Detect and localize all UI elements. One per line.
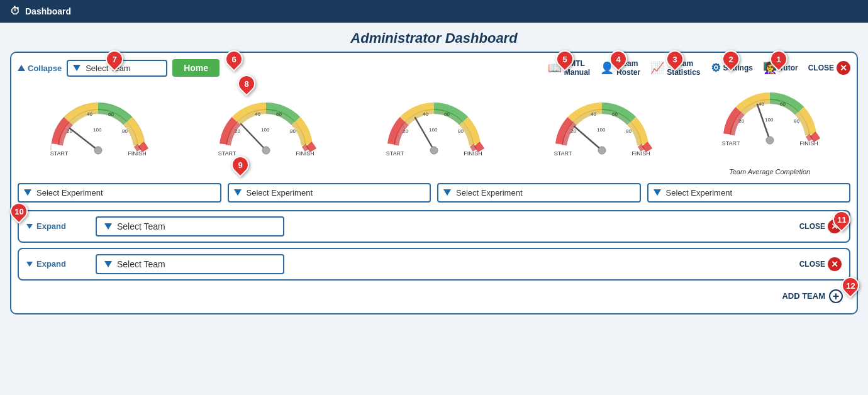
- expand-team-dropdown-2[interactable]: Select Team: [96, 254, 284, 274]
- svg-text:60: 60: [612, 111, 618, 117]
- svg-text:80: 80: [626, 128, 632, 134]
- svg-text:60: 60: [108, 111, 114, 117]
- exp-arrow-2: [234, 189, 242, 196]
- settings-icon: ⚙: [711, 61, 721, 75]
- badge-12: 12: [842, 277, 859, 294]
- svg-text:START: START: [386, 150, 404, 157]
- svg-text:START: START: [50, 150, 69, 157]
- badge-6: 6: [225, 50, 243, 68]
- main-panel: 7 6 5 4 3 2 1: [10, 52, 858, 314]
- gauge-4-svg: START FINISH 20 40 60 80 100: [548, 94, 655, 175]
- svg-text:40: 40: [255, 111, 260, 117]
- title-bar: ⏱ Dashboard: [0, 0, 868, 23]
- svg-point-44: [766, 136, 774, 144]
- exp-label-2: Select Experiment: [247, 188, 313, 198]
- team-statistics-icon: 📈: [650, 61, 664, 75]
- svg-text:80: 80: [458, 128, 464, 134]
- badge-3: 3: [666, 50, 684, 68]
- svg-text:FINISH: FINISH: [464, 150, 482, 157]
- exp-arrow-3: [443, 189, 451, 196]
- exp-label-4: Select Experiment: [666, 188, 733, 198]
- gauge-5-svg: START FINISH 20 40 60 80 100: [716, 84, 823, 165]
- svg-text:40: 40: [423, 111, 428, 117]
- page-title: Administrator Dashboard: [10, 30, 858, 47]
- exp-arrow-4: [654, 189, 661, 196]
- gauges-row: START FINISH 20 40 60 80 100: [18, 84, 850, 175]
- svg-text:40: 40: [759, 101, 764, 107]
- expand-team-dropdown-1[interactable]: Select Team: [96, 216, 284, 236]
- close-button-row2[interactable]: CLOSE ✕: [799, 257, 842, 271]
- close-button-top[interactable]: CLOSE ✕: [808, 61, 850, 75]
- experiment-dropdown-1[interactable]: Select Experiment: [18, 183, 221, 203]
- gauge-3: START FINISH 20 40 60 80 100: [353, 94, 515, 175]
- expand-button-2[interactable]: Expand: [26, 259, 83, 269]
- gauge-2: START FINISH 20 40 60 80 100: [186, 94, 347, 175]
- badge-4: 4: [609, 50, 627, 68]
- svg-text:40: 40: [87, 111, 92, 117]
- close-label-row2: CLOSE: [799, 260, 825, 269]
- collapse-button[interactable]: Collapse: [18, 64, 62, 73]
- svg-text:FINISH: FINISH: [128, 150, 147, 157]
- svg-text:START: START: [554, 150, 572, 157]
- svg-text:FINISH: FINISH: [296, 150, 314, 157]
- badge-9: 9: [231, 156, 249, 174]
- expand-button-1[interactable]: Expand: [26, 221, 83, 231]
- close-icon-top: ✕: [837, 61, 850, 75]
- experiments-row: Select Experiment Select Experiment Sele…: [18, 183, 850, 203]
- collapse-label: Collapse: [28, 64, 62, 73]
- svg-point-8: [94, 147, 102, 154]
- close-label-top: CLOSE: [808, 64, 834, 72]
- expand-team-arrow-2: [104, 261, 112, 267]
- badge-1: 1: [770, 50, 787, 68]
- badge-2: 2: [722, 50, 740, 68]
- svg-point-26: [430, 147, 438, 154]
- close-icon-row2: ✕: [828, 257, 842, 271]
- svg-line-25: [415, 118, 434, 150]
- svg-text:80: 80: [794, 118, 799, 124]
- svg-text:80: 80: [290, 128, 296, 134]
- gauge-2-svg: START FINISH 20 40 60 80 100: [213, 94, 320, 175]
- gauge-4: START FINISH 20 40 60 80 100: [521, 94, 682, 175]
- svg-text:40: 40: [591, 111, 596, 117]
- svg-text:START: START: [721, 140, 740, 147]
- expand-row-2: Expand Select Team CLOSE ✕: [18, 248, 850, 281]
- team-average-label: Team Average Completion: [729, 168, 810, 175]
- expand-label-2: Expand: [36, 259, 66, 269]
- expand-arrow-1: [26, 224, 33, 229]
- svg-point-35: [598, 147, 606, 154]
- badge-5: 5: [556, 50, 574, 68]
- svg-text:20: 20: [570, 128, 576, 134]
- badge-11: 11: [833, 211, 850, 228]
- svg-text:FINISH: FINISH: [632, 150, 650, 157]
- add-team-icon: +: [829, 289, 843, 303]
- exp-label-3: Select Experiment: [456, 188, 523, 198]
- experiment-dropdown-3[interactable]: Select Experiment: [437, 183, 641, 203]
- main-content: Administrator Dashboard 7 6 5 4 3: [0, 23, 868, 395]
- close-label-row1: CLOSE: [799, 222, 825, 231]
- gauge-1: START FINISH 20 40 60 80 100: [18, 94, 179, 175]
- svg-text:60: 60: [276, 111, 282, 117]
- exp-label-1: Select Experiment: [36, 188, 103, 198]
- expand-team-label-2: Select Team: [117, 259, 165, 269]
- add-team-button[interactable]: ADD TEAM +: [782, 289, 843, 303]
- svg-text:100: 100: [429, 127, 438, 133]
- dropdown-arrow-icon: [73, 65, 81, 71]
- gauge-1-svg: START FINISH 20 40 60 80 100: [45, 94, 152, 175]
- gauges-section: 8 9: [18, 84, 850, 175]
- badge-7: 7: [106, 50, 123, 68]
- nav-icons-group: 📖 MTLManual 👤 TeamRoster 📈 TeamStatistic…: [548, 59, 850, 77]
- svg-text:20: 20: [235, 128, 240, 134]
- home-button[interactable]: Home: [172, 59, 220, 77]
- expand-team-arrow-1: [104, 223, 112, 230]
- title-bar-text: Dashboard: [25, 6, 71, 16]
- experiment-dropdown-4[interactable]: Select Experiment: [647, 183, 851, 203]
- add-team-label: ADD TEAM: [782, 291, 825, 301]
- dashboard-icon: ⏱: [10, 6, 20, 17]
- svg-text:60: 60: [780, 101, 786, 107]
- svg-text:80: 80: [122, 128, 128, 134]
- gauge-3-svg: START FINISH 20 40 60 80 100: [381, 94, 487, 175]
- svg-point-17: [262, 147, 270, 154]
- experiment-dropdown-2[interactable]: Select Experiment: [228, 183, 431, 203]
- exp-arrow-1: [24, 189, 31, 196]
- collapse-icon: [18, 65, 25, 71]
